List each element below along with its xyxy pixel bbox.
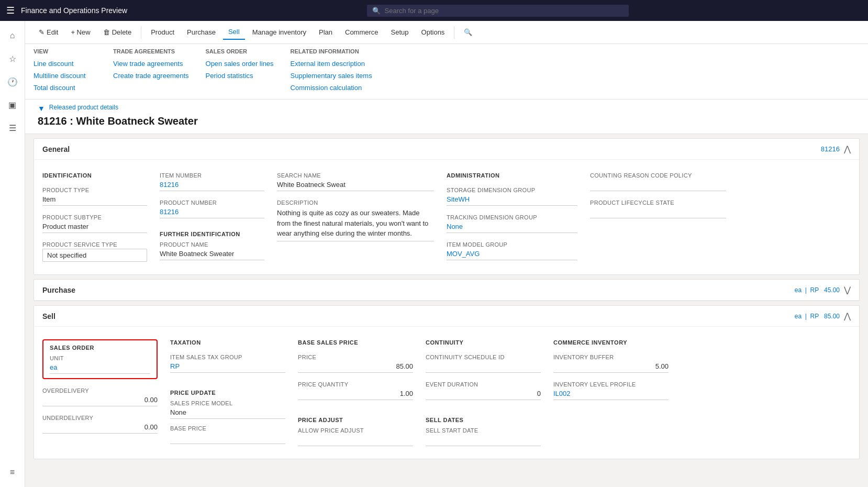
- search-input[interactable]: [385, 7, 624, 15]
- item-model-value[interactable]: MOV_AVG: [447, 249, 577, 260]
- schedule-id-label: Continuity schedule ID: [426, 354, 541, 360]
- lifecycle-group: Product lifecycle state: [590, 200, 726, 218]
- general-section-header[interactable]: General 81216 ⋀: [34, 139, 859, 160]
- lifecycle-label: Product lifecycle state: [590, 200, 726, 206]
- purchase-title: Purchase: [42, 286, 75, 294]
- tax-group-value[interactable]: RP: [170, 361, 285, 373]
- product-service-type-group: Product service type Not specified: [42, 241, 147, 262]
- sidebar-favorites[interactable]: ☆: [2, 48, 23, 69]
- link-line-discount[interactable]: Line discount: [34, 59, 96, 69]
- event-duration-label: Event duration: [426, 381, 541, 388]
- sidebar-workspaces[interactable]: ▣: [2, 94, 23, 115]
- sales-price-model-label: Sales price model: [170, 400, 285, 406]
- inv-buffer-group: Inventory buffer 5.00: [553, 354, 669, 373]
- sell-dropdown: View Line discount Multiline discount To…: [25, 44, 868, 99]
- identification-label: IDENTIFICATION: [42, 172, 147, 179]
- administration-col: ADMINISTRATION Storage dimension group S…: [447, 168, 577, 266]
- storage-dim-group: Storage dimension group SiteWH: [447, 187, 577, 206]
- price-qty-value: 1.00: [298, 389, 413, 400]
- new-button[interactable]: + New: [65, 25, 95, 39]
- tax-group-label: Item sales tax group: [170, 354, 285, 360]
- price-qty-group: Price quantity 1.00: [298, 381, 413, 400]
- product-name-group: Product name White Boatneck Sweater: [160, 241, 264, 260]
- search-box[interactable]: 🔍: [367, 5, 629, 17]
- unit-label: Unit: [50, 355, 150, 361]
- sell-body: SALES ORDER Unit ea Overdelivery 0.00: [34, 327, 859, 459]
- tracking-dim-value[interactable]: None: [447, 222, 577, 233]
- overdelivery-label: Overdelivery: [42, 388, 158, 394]
- inv-level-group: Inventory level profile IL002: [553, 381, 669, 400]
- link-supp-sales[interactable]: Supplementary sales items: [291, 71, 372, 81]
- search-cmd-button[interactable]: 🔍: [459, 25, 477, 39]
- tax-group-field: Item sales tax group RP: [170, 354, 285, 373]
- sell-section: Sell ea | RP 85.00 ⋀ SALES ORDER: [34, 305, 860, 459]
- manage-inventory-button[interactable]: Manage inventory: [247, 25, 311, 39]
- general-collapse-icon[interactable]: ⋀: [844, 144, 851, 154]
- overdelivery-group: Overdelivery 0.00: [42, 388, 158, 406]
- search-icon: 🔍: [372, 7, 381, 15]
- filter-icon: ▼: [38, 104, 45, 113]
- product-service-type-input[interactable]: Not specified: [42, 249, 147, 262]
- sidebar-collapse[interactable]: ≡: [2, 462, 23, 483]
- link-total-discount[interactable]: Total discount: [34, 83, 96, 93]
- link-create-trade[interactable]: Create trade agreements: [113, 71, 189, 81]
- sales-order-box: SALES ORDER Unit ea: [42, 339, 158, 379]
- link-ext-item[interactable]: External item description: [291, 59, 372, 69]
- purchase-collapse-icon[interactable]: ⋁: [844, 285, 851, 295]
- link-period-stats[interactable]: Period statistics: [206, 71, 274, 81]
- breadcrumb[interactable]: Released product details: [49, 104, 118, 111]
- edit-button[interactable]: ✎ Edit: [34, 25, 63, 39]
- further-id-section: FURTHER IDENTIFICATION Product name Whit…: [160, 231, 264, 260]
- price-value: 85.00: [298, 361, 413, 373]
- product-type-group: Product type Item: [42, 187, 147, 206]
- link-view-trade[interactable]: View trade agreements: [113, 59, 189, 69]
- product-number-value[interactable]: 81216: [160, 207, 264, 218]
- page-header: ▼ Released product details 81216 : White…: [25, 99, 868, 134]
- sell-button[interactable]: Sell: [223, 25, 245, 40]
- sell-dates-section: SELL DATES Sell start date: [426, 417, 541, 446]
- unit-value[interactable]: ea: [50, 362, 150, 374]
- commerce-button[interactable]: Commerce: [340, 25, 384, 39]
- base-sales-col: BASE SALES PRICE Price 85.00 Price quant…: [298, 335, 413, 450]
- price-update-section: PRICE UPDATE Sales price model None Base…: [170, 390, 285, 444]
- inv-buffer-label: Inventory buffer: [553, 354, 669, 360]
- link-commission[interactable]: Commission calculation: [291, 83, 372, 93]
- identification-col: IDENTIFICATION Product type Item Product…: [42, 168, 147, 266]
- product-subtype-label: Product subtype: [42, 214, 147, 220]
- price-update-label: PRICE UPDATE: [170, 390, 285, 396]
- allow-price-adjust-group: Allow price adjust: [298, 427, 413, 446]
- purchase-button[interactable]: Purchase: [182, 25, 221, 39]
- purchase-section: Purchase ea | RP 45.00 ⋁: [34, 279, 860, 301]
- link-multiline-discount[interactable]: Multiline discount: [34, 71, 96, 81]
- plan-button[interactable]: Plan: [314, 25, 338, 39]
- purchase-section-header[interactable]: Purchase ea | RP 45.00 ⋁: [34, 280, 859, 301]
- product-name-value: White Boatneck Sweater: [160, 249, 264, 260]
- continuity-label: CONTINUITY: [426, 339, 541, 346]
- hamburger-icon[interactable]: ☰: [6, 5, 15, 16]
- general-right: 81216 ⋀: [821, 144, 851, 154]
- product-button[interactable]: Product: [146, 25, 180, 39]
- delete-button[interactable]: 🗑 Delete: [98, 25, 137, 39]
- sell-collapse-icon[interactable]: ⋀: [844, 311, 851, 321]
- general-section: General 81216 ⋀ IDENTIFICATION Product t…: [34, 138, 860, 275]
- unit-group: Unit ea: [50, 355, 150, 374]
- item-number-label: Item number: [160, 172, 264, 179]
- commerce-inv-col: COMMERCE INVENTORY Inventory buffer 5.00…: [553, 335, 669, 450]
- sell-start-label: Sell start date: [426, 427, 541, 434]
- sidebar-recent[interactable]: 🕐: [2, 71, 23, 92]
- sales-order-col: SALES ORDER Unit ea Overdelivery 0.00: [42, 335, 158, 450]
- sell-section-header[interactable]: Sell ea | RP 85.00 ⋀: [34, 306, 859, 327]
- lifecycle-value: [590, 207, 726, 218]
- item-number-value[interactable]: 81216: [160, 180, 264, 191]
- options-button[interactable]: Options: [416, 25, 450, 39]
- inv-level-value[interactable]: IL002: [553, 389, 669, 400]
- base-price-label: Base price: [170, 425, 285, 431]
- event-duration-group: Event duration 0: [426, 381, 541, 400]
- sidebar-modules[interactable]: ☰: [2, 117, 23, 138]
- sidebar-home[interactable]: ⌂: [2, 25, 23, 46]
- description-label: Description: [277, 200, 434, 206]
- setup-button[interactable]: Setup: [386, 25, 414, 39]
- storage-dim-value[interactable]: SiteWH: [447, 194, 577, 206]
- tracking-dim-group: Tracking dimension group None: [447, 214, 577, 233]
- link-open-so[interactable]: Open sales order lines: [206, 59, 274, 69]
